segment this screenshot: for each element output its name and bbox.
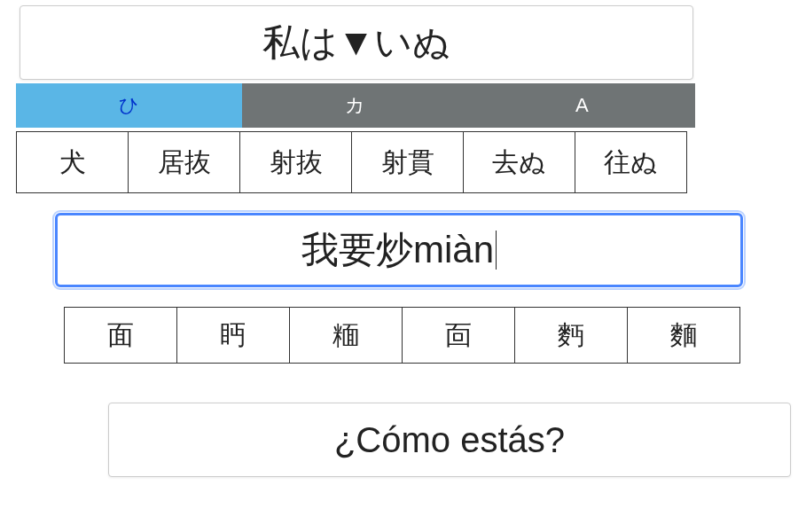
caret-down-icon: ▼ — [338, 21, 375, 64]
jp-candidate[interactable]: 去ぬ — [463, 131, 575, 193]
jp-candidate[interactable]: 射抜 — [239, 131, 352, 193]
jp-candidate[interactable]: 犬 — [16, 131, 129, 193]
cn-candidate[interactable]: 靣 — [402, 307, 515, 364]
jp-text-after-caret: いぬ — [374, 18, 450, 67]
jp-candidate[interactable]: 居抜 — [128, 131, 240, 193]
japanese-text-input[interactable]: 私は ▼ いぬ — [20, 5, 693, 80]
chinese-candidate-list: 面 眄 糆 靣 麪 麵 — [64, 307, 740, 364]
chinese-text-input[interactable]: 我要炒 miàn — [55, 213, 743, 287]
cn-candidate[interactable]: 眄 — [176, 307, 290, 364]
es-text: ¿Cómo estás? — [334, 420, 565, 460]
cn-text-composing: miàn — [413, 229, 494, 271]
ime-mode-katakana[interactable]: カ — [242, 83, 468, 128]
jp-candidate[interactable]: 往ぬ — [575, 131, 687, 193]
spanish-text-input[interactable]: ¿Cómo estás? — [108, 403, 791, 477]
ime-mode-alpha[interactable]: A — [469, 83, 695, 128]
japanese-ime-mode-tabs: ひ カ A — [16, 83, 695, 128]
jp-text-before-caret: 私は — [262, 18, 338, 67]
cn-candidate[interactable]: 面 — [64, 307, 177, 364]
japanese-candidate-list: 犬 居抜 射抜 射貫 去ぬ 往ぬ — [16, 131, 687, 193]
cn-candidate[interactable]: 麵 — [627, 307, 740, 364]
text-cursor-icon — [496, 231, 497, 270]
jp-candidate[interactable]: 射貫 — [351, 131, 464, 193]
cn-candidate[interactable]: 糆 — [289, 307, 403, 364]
ime-mode-hiragana[interactable]: ひ — [16, 83, 242, 128]
cn-candidate[interactable]: 麪 — [514, 307, 628, 364]
cn-text-committed: 我要炒 — [301, 225, 413, 275]
